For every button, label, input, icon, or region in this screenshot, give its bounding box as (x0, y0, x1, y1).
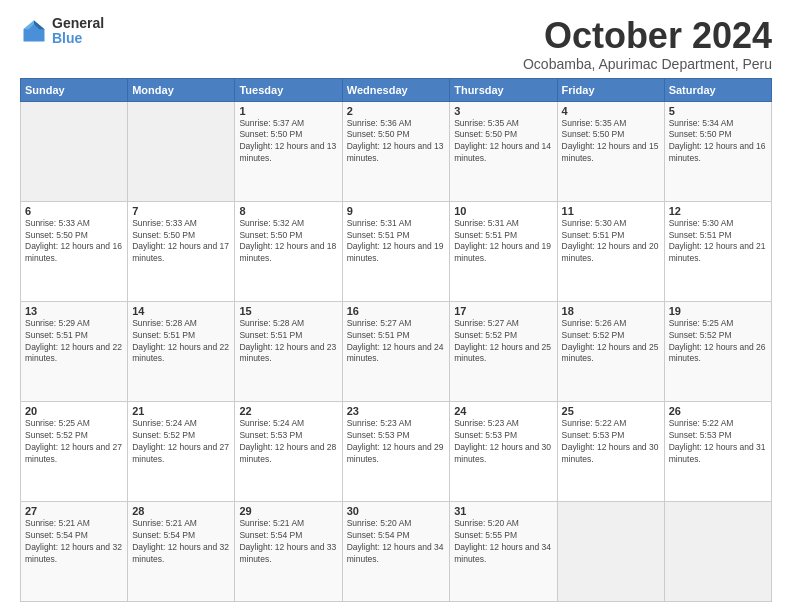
day-number: 16 (347, 305, 445, 317)
day-number: 2 (347, 105, 445, 117)
day-info: Sunrise: 5:26 AM Sunset: 5:52 PM Dayligh… (562, 318, 660, 366)
calendar-cell: 19Sunrise: 5:25 AM Sunset: 5:52 PM Dayli… (664, 301, 771, 401)
day-header-monday: Monday (128, 78, 235, 101)
calendar-cell: 22Sunrise: 5:24 AM Sunset: 5:53 PM Dayli… (235, 401, 342, 501)
day-number: 27 (25, 505, 123, 517)
day-header-saturday: Saturday (664, 78, 771, 101)
title-block: October 2024 Ocobamba, Apurimac Departme… (523, 16, 772, 72)
day-info: Sunrise: 5:21 AM Sunset: 5:54 PM Dayligh… (25, 518, 123, 566)
day-number: 1 (239, 105, 337, 117)
day-info: Sunrise: 5:33 AM Sunset: 5:50 PM Dayligh… (132, 218, 230, 266)
logo-icon (20, 17, 48, 45)
day-info: Sunrise: 5:22 AM Sunset: 5:53 PM Dayligh… (562, 418, 660, 466)
day-number: 10 (454, 205, 552, 217)
day-info: Sunrise: 5:33 AM Sunset: 5:50 PM Dayligh… (25, 218, 123, 266)
day-info: Sunrise: 5:21 AM Sunset: 5:54 PM Dayligh… (132, 518, 230, 566)
location-subtitle: Ocobamba, Apurimac Department, Peru (523, 56, 772, 72)
day-info: Sunrise: 5:23 AM Sunset: 5:53 PM Dayligh… (454, 418, 552, 466)
calendar-cell: 26Sunrise: 5:22 AM Sunset: 5:53 PM Dayli… (664, 401, 771, 501)
calendar-cell: 31Sunrise: 5:20 AM Sunset: 5:55 PM Dayli… (450, 501, 557, 601)
calendar-cell: 14Sunrise: 5:28 AM Sunset: 5:51 PM Dayli… (128, 301, 235, 401)
calendar-cell (128, 101, 235, 201)
day-info: Sunrise: 5:29 AM Sunset: 5:51 PM Dayligh… (25, 318, 123, 366)
day-info: Sunrise: 5:20 AM Sunset: 5:54 PM Dayligh… (347, 518, 445, 566)
day-number: 21 (132, 405, 230, 417)
day-number: 22 (239, 405, 337, 417)
week-row-3: 13Sunrise: 5:29 AM Sunset: 5:51 PM Dayli… (21, 301, 772, 401)
day-number: 28 (132, 505, 230, 517)
day-info: Sunrise: 5:28 AM Sunset: 5:51 PM Dayligh… (239, 318, 337, 366)
calendar-cell: 8Sunrise: 5:32 AM Sunset: 5:50 PM Daylig… (235, 201, 342, 301)
day-number: 4 (562, 105, 660, 117)
day-header-thursday: Thursday (450, 78, 557, 101)
calendar-cell: 3Sunrise: 5:35 AM Sunset: 5:50 PM Daylig… (450, 101, 557, 201)
week-row-5: 27Sunrise: 5:21 AM Sunset: 5:54 PM Dayli… (21, 501, 772, 601)
day-number: 8 (239, 205, 337, 217)
week-row-1: 1Sunrise: 5:37 AM Sunset: 5:50 PM Daylig… (21, 101, 772, 201)
page: General Blue October 2024 Ocobamba, Apur… (0, 0, 792, 612)
calendar-cell: 15Sunrise: 5:28 AM Sunset: 5:51 PM Dayli… (235, 301, 342, 401)
day-number: 23 (347, 405, 445, 417)
day-number: 14 (132, 305, 230, 317)
day-number: 7 (132, 205, 230, 217)
day-info: Sunrise: 5:21 AM Sunset: 5:54 PM Dayligh… (239, 518, 337, 566)
calendar-cell: 24Sunrise: 5:23 AM Sunset: 5:53 PM Dayli… (450, 401, 557, 501)
day-number: 31 (454, 505, 552, 517)
calendar-cell: 30Sunrise: 5:20 AM Sunset: 5:54 PM Dayli… (342, 501, 449, 601)
calendar-cell (21, 101, 128, 201)
calendar-cell: 27Sunrise: 5:21 AM Sunset: 5:54 PM Dayli… (21, 501, 128, 601)
week-row-4: 20Sunrise: 5:25 AM Sunset: 5:52 PM Dayli… (21, 401, 772, 501)
week-row-2: 6Sunrise: 5:33 AM Sunset: 5:50 PM Daylig… (21, 201, 772, 301)
day-number: 6 (25, 205, 123, 217)
day-info: Sunrise: 5:30 AM Sunset: 5:51 PM Dayligh… (562, 218, 660, 266)
calendar-cell: 2Sunrise: 5:36 AM Sunset: 5:50 PM Daylig… (342, 101, 449, 201)
header: General Blue October 2024 Ocobamba, Apur… (20, 16, 772, 72)
calendar-cell: 13Sunrise: 5:29 AM Sunset: 5:51 PM Dayli… (21, 301, 128, 401)
calendar-cell: 16Sunrise: 5:27 AM Sunset: 5:51 PM Dayli… (342, 301, 449, 401)
day-number: 25 (562, 405, 660, 417)
day-info: Sunrise: 5:25 AM Sunset: 5:52 PM Dayligh… (669, 318, 767, 366)
day-info: Sunrise: 5:35 AM Sunset: 5:50 PM Dayligh… (454, 118, 552, 166)
day-info: Sunrise: 5:35 AM Sunset: 5:50 PM Dayligh… (562, 118, 660, 166)
day-info: Sunrise: 5:36 AM Sunset: 5:50 PM Dayligh… (347, 118, 445, 166)
calendar-cell: 17Sunrise: 5:27 AM Sunset: 5:52 PM Dayli… (450, 301, 557, 401)
day-number: 12 (669, 205, 767, 217)
day-header-row: SundayMondayTuesdayWednesdayThursdayFrid… (21, 78, 772, 101)
calendar-cell: 28Sunrise: 5:21 AM Sunset: 5:54 PM Dayli… (128, 501, 235, 601)
logo: General Blue (20, 16, 104, 47)
calendar-cell: 11Sunrise: 5:30 AM Sunset: 5:51 PM Dayli… (557, 201, 664, 301)
day-number: 24 (454, 405, 552, 417)
day-number: 3 (454, 105, 552, 117)
day-number: 18 (562, 305, 660, 317)
day-number: 19 (669, 305, 767, 317)
day-number: 11 (562, 205, 660, 217)
day-number: 20 (25, 405, 123, 417)
calendar-header: SundayMondayTuesdayWednesdayThursdayFrid… (21, 78, 772, 101)
calendar-cell: 5Sunrise: 5:34 AM Sunset: 5:50 PM Daylig… (664, 101, 771, 201)
calendar-cell: 12Sunrise: 5:30 AM Sunset: 5:51 PM Dayli… (664, 201, 771, 301)
calendar-cell (557, 501, 664, 601)
calendar-cell: 29Sunrise: 5:21 AM Sunset: 5:54 PM Dayli… (235, 501, 342, 601)
day-number: 30 (347, 505, 445, 517)
day-info: Sunrise: 5:27 AM Sunset: 5:51 PM Dayligh… (347, 318, 445, 366)
calendar-cell: 21Sunrise: 5:24 AM Sunset: 5:52 PM Dayli… (128, 401, 235, 501)
calendar-cell: 9Sunrise: 5:31 AM Sunset: 5:51 PM Daylig… (342, 201, 449, 301)
calendar-cell: 4Sunrise: 5:35 AM Sunset: 5:50 PM Daylig… (557, 101, 664, 201)
day-info: Sunrise: 5:24 AM Sunset: 5:52 PM Dayligh… (132, 418, 230, 466)
day-number: 5 (669, 105, 767, 117)
calendar-cell: 7Sunrise: 5:33 AM Sunset: 5:50 PM Daylig… (128, 201, 235, 301)
day-number: 9 (347, 205, 445, 217)
calendar-cell: 25Sunrise: 5:22 AM Sunset: 5:53 PM Dayli… (557, 401, 664, 501)
day-header-wednesday: Wednesday (342, 78, 449, 101)
calendar-cell: 1Sunrise: 5:37 AM Sunset: 5:50 PM Daylig… (235, 101, 342, 201)
day-info: Sunrise: 5:32 AM Sunset: 5:50 PM Dayligh… (239, 218, 337, 266)
calendar-cell: 10Sunrise: 5:31 AM Sunset: 5:51 PM Dayli… (450, 201, 557, 301)
calendar-table: SundayMondayTuesdayWednesdayThursdayFrid… (20, 78, 772, 602)
logo-general-text: General (52, 16, 104, 31)
day-info: Sunrise: 5:25 AM Sunset: 5:52 PM Dayligh… (25, 418, 123, 466)
day-info: Sunrise: 5:37 AM Sunset: 5:50 PM Dayligh… (239, 118, 337, 166)
day-header-friday: Friday (557, 78, 664, 101)
logo-blue-text: Blue (52, 31, 104, 46)
day-number: 15 (239, 305, 337, 317)
day-header-tuesday: Tuesday (235, 78, 342, 101)
